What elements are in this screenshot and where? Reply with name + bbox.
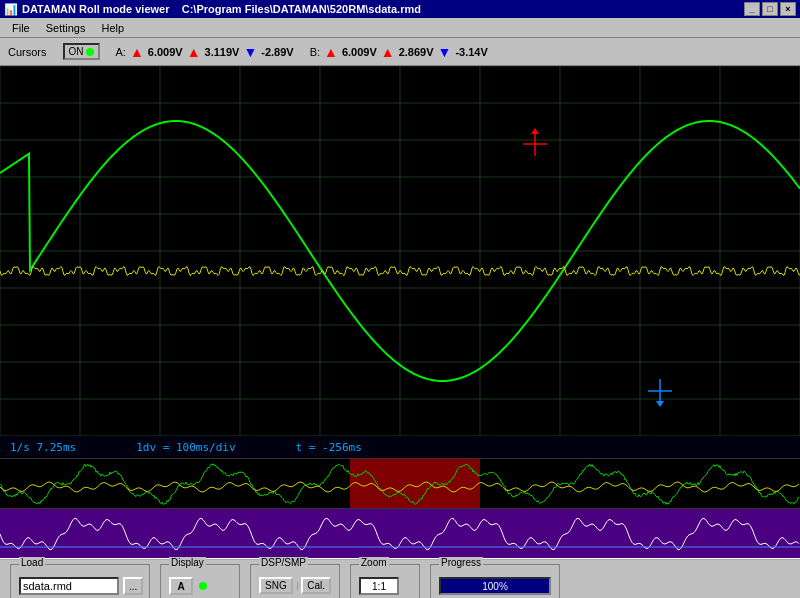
cursor-b-val3: -3.14V xyxy=(455,46,487,58)
scope-time-display: 1/s 7.25ms xyxy=(10,441,76,454)
strip1-canvas xyxy=(0,459,800,508)
cursor-a-group: A: ▲ 6.009V ▲ 3.119V ▼ -2.89V xyxy=(116,44,294,60)
cal-button[interactable]: Cal. xyxy=(301,577,331,594)
sng-button[interactable]: SNG xyxy=(259,577,293,594)
cursor-a-val2: 3.119V xyxy=(205,46,240,58)
scope-canvas xyxy=(0,66,800,436)
scope-area[interactable] xyxy=(0,66,800,436)
dsp-label: DSP/SMP xyxy=(259,557,308,568)
cursors-label: Cursors xyxy=(8,46,47,58)
strip2-canvas xyxy=(0,509,800,558)
title-bar-left: 📊 DATAMAN Roll mode viewer C:\Program Fi… xyxy=(4,3,421,16)
progress-bar-fill: 100% xyxy=(441,579,549,593)
cursor-b-up-arrow: ▲ xyxy=(324,44,338,60)
cursor-bar: Cursors ON A: ▲ 6.009V ▲ 3.119V ▼ -2.89V… xyxy=(0,38,800,66)
close-button[interactable]: × xyxy=(780,2,796,16)
maximize-button[interactable]: □ xyxy=(762,2,778,16)
minimize-button[interactable]: _ xyxy=(744,2,760,16)
cursor-a-up-arrow2: ▲ xyxy=(187,44,201,60)
cursor-on-led xyxy=(86,48,94,56)
title-text: DATAMAN Roll mode viewer C:\Program File… xyxy=(22,3,421,15)
cursors-label-group: Cursors xyxy=(8,46,47,58)
menu-file[interactable]: File xyxy=(4,20,38,36)
strip1-waveform xyxy=(0,458,800,508)
bottom-panel: Load ... Size: 23.7 KB Open Display A B … xyxy=(0,558,800,598)
progress-group: Progress 100% Ready xyxy=(430,564,560,598)
cursor-b-down-arrow: ▼ xyxy=(438,44,452,60)
title-bar-controls[interactable]: _ □ × xyxy=(744,2,796,16)
display-label: Display xyxy=(169,557,206,568)
cursor-a-down-arrow: ▼ xyxy=(243,44,257,60)
menu-help[interactable]: Help xyxy=(93,20,132,36)
progress-label: Progress xyxy=(439,557,483,568)
menu-settings[interactable]: Settings xyxy=(38,20,94,36)
cursor-b-label: B: xyxy=(310,46,320,58)
cursor-b-group: B: ▲ 6.009V ▲ 2.869V ▼ -3.14V xyxy=(310,44,488,60)
cursor-on-button[interactable]: ON xyxy=(63,43,100,60)
cursor-a-up-arrow: ▲ xyxy=(130,44,144,60)
cursor-b-up-arrow2: ▲ xyxy=(381,44,395,60)
load-label: Load xyxy=(19,557,45,568)
scope-status-bar: 1/s 7.25ms 1dv = 100ms/div t = -256ms xyxy=(0,436,800,458)
cursor-a-label: A: xyxy=(116,46,126,58)
load-group: Load ... Size: 23.7 KB Open xyxy=(10,564,150,598)
cursor-b-val1: 6.009V xyxy=(342,46,377,58)
filename-input[interactable] xyxy=(19,577,119,595)
display-group: Display A B ● xyxy=(160,564,240,598)
browse-button[interactable]: ... xyxy=(123,577,143,595)
cursor-a-val1: 6.009V xyxy=(148,46,183,58)
scope-div-display: 1dv = 100ms/div xyxy=(136,441,235,454)
zoom-display: 1:1 xyxy=(359,577,399,595)
zoom-label: Zoom xyxy=(359,557,389,568)
cursor-b-val2: 2.869V xyxy=(399,46,434,58)
sng-led xyxy=(297,582,298,590)
zoom-group: Zoom 1:1 - + xyxy=(350,564,420,598)
app-icon: 📊 xyxy=(4,3,18,16)
strip2-waveform xyxy=(0,508,800,558)
title-bar: 📊 DATAMAN Roll mode viewer C:\Program Fi… xyxy=(0,0,800,18)
progress-pct: 100% xyxy=(482,581,508,592)
channel-a-button[interactable]: A xyxy=(169,577,193,595)
cursor-a-val3: -2.89V xyxy=(261,46,293,58)
progress-bar: 100% xyxy=(439,577,551,595)
scope-cursor-display: t = -256ms xyxy=(296,441,362,454)
menu-bar: File Settings Help xyxy=(0,18,800,38)
dsp-group: DSP/SMP SNG Cal. 〜 ⌇ Y xyxy=(250,564,340,598)
ch-a-led xyxy=(199,582,207,590)
